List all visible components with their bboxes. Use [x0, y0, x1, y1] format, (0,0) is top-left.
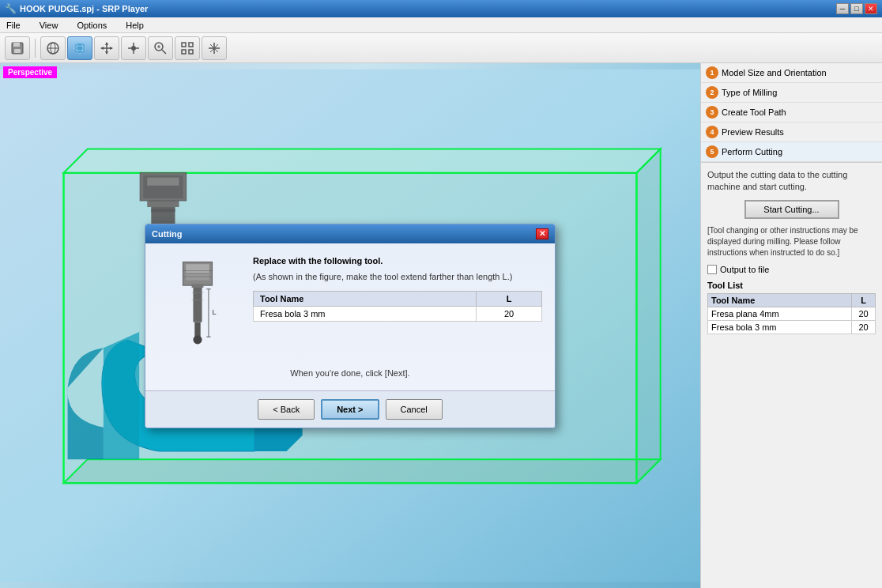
expand-button[interactable]: [202, 36, 227, 60]
step-label-1: Model Size and Orientation: [722, 68, 827, 77]
svg-rect-58: [194, 322, 200, 337]
step-description: Output the cutting data to the cutting m…: [707, 169, 876, 194]
tool-col-l: L: [477, 292, 542, 307]
step-circle-1: 1: [706, 66, 718, 79]
step-label-4: Preview Results: [722, 127, 784, 137]
cutting-dialog: Cutting ✕: [145, 224, 556, 428]
svg-rect-50: [186, 264, 209, 273]
tl-name-1: Fresa plana 4mm: [708, 307, 852, 320]
svg-rect-25: [189, 43, 193, 47]
tool-list-section: Tool List Tool Name L Fresa plana 4mm 20: [707, 281, 876, 334]
svg-rect-27: [189, 50, 193, 54]
replace-text: Replace with the following tool.: [253, 256, 542, 266]
next-button[interactable]: Next >: [321, 399, 379, 420]
title-bar: 🔧 HOOK PUDGE.spj - SRP Player ─ □ ✕: [0, 0, 882, 17]
window-title: HOOK PUDGE.spj - SRP Player: [20, 4, 148, 13]
svg-marker-14: [110, 47, 113, 50]
menu-bar: File View Options Help: [0, 17, 882, 33]
tl-name-2: Fresa bola 3 mm: [708, 320, 852, 334]
tl-col-name: Tool Name: [708, 293, 852, 307]
viewport[interactable]: Perspective: [0, 63, 700, 588]
tool-illustration: L: [158, 256, 237, 359]
tl-row-1: Fresa plana 4mm 20: [708, 307, 876, 320]
tool-name-cell: Fresa bola 3 mm: [254, 307, 477, 322]
right-panel: 1 Model Size and Orientation 2 Type of M…: [700, 63, 882, 588]
step-label-2: Type of Milling: [722, 88, 777, 97]
when-done-text: When you're done, click [Next].: [158, 368, 542, 378]
tool-desc: (As shown in the figure, make the tool e…: [253, 270, 542, 284]
toolbar: [0, 33, 882, 63]
tool-l-cell: 20: [477, 307, 542, 322]
svg-rect-51: [186, 274, 209, 280]
menu-file[interactable]: File: [3, 19, 24, 32]
zoom-button[interactable]: [148, 36, 173, 60]
app-icon: 🔧: [5, 3, 17, 14]
tl-l-1: 20: [852, 307, 876, 320]
step-item-2[interactable]: 2 Type of Milling: [701, 83, 882, 103]
tool-col-name: Tool Name: [254, 292, 477, 307]
tl-col-l: L: [852, 293, 876, 307]
svg-rect-1: [13, 43, 20, 47]
step-content: Output the cutting data to the cutting m…: [701, 163, 882, 588]
dialog-body: L Replace with the following tool. (As s…: [145, 243, 555, 390]
dialog-title-bar: Cutting ✕: [145, 224, 555, 243]
save-button[interactable]: [5, 36, 30, 60]
step-circle-2: 2: [706, 86, 718, 99]
step-circle-5: 5: [706, 145, 718, 158]
dialog-close-button[interactable]: ✕: [536, 228, 548, 239]
maximize-button[interactable]: □: [850, 3, 863, 14]
step-item-1[interactable]: 1 Model Size and Orientation: [701, 63, 882, 83]
close-button[interactable]: ✕: [865, 3, 877, 14]
minimize-button[interactable]: ─: [836, 3, 849, 14]
move-button[interactable]: [94, 36, 119, 60]
title-bar-left: 🔧 HOOK PUDGE.spj - SRP Player: [5, 3, 148, 14]
globe-button[interactable]: [40, 36, 66, 60]
output-file-label: Output to file: [720, 265, 769, 274]
svg-rect-54: [193, 285, 202, 322]
instruction-text: [Tool changing or other instructions may…: [707, 225, 876, 258]
step-item-5[interactable]: 5 Perform Cutting: [701, 142, 882, 162]
step-item-4[interactable]: 4 Preview Results: [701, 122, 882, 142]
svg-point-6: [74, 43, 85, 54]
tl-row-2: Fresa bola 3 mm 20: [708, 320, 876, 334]
tool-list-title: Tool List: [707, 281, 876, 290]
menu-help[interactable]: Help: [122, 19, 147, 32]
tool-info: Replace with the following tool. (As sho…: [253, 256, 542, 322]
output-file-row: Output to file: [707, 265, 876, 274]
tool-table: Tool Name L Fresa bola 3 mm 20: [253, 291, 542, 322]
step-label-5: Perform Cutting: [722, 147, 782, 156]
svg-point-59: [193, 335, 202, 344]
svg-rect-2: [14, 49, 21, 53]
step-circle-3: 3: [706, 106, 718, 119]
svg-marker-13: [100, 47, 104, 50]
tl-l-2: 20: [852, 320, 876, 334]
step-item-3[interactable]: 3 Create Tool Path: [701, 103, 882, 122]
output-file-checkbox[interactable]: [707, 265, 717, 274]
tool-row: Fresa bola 3 mm 20: [254, 307, 542, 322]
dialog-footer: < Back Next > Cancel: [145, 391, 555, 428]
menu-view[interactable]: View: [36, 19, 62, 32]
main-layout: Perspective: [0, 63, 882, 588]
start-cutting-button[interactable]: Start Cutting...: [744, 200, 839, 219]
title-bar-controls: ─ □ ✕: [836, 3, 877, 14]
svg-marker-11: [105, 42, 108, 45]
menu-options[interactable]: Options: [74, 19, 110, 32]
tool-list-table: Tool Name L Fresa plana 4mm 20 Fresa bol…: [707, 293, 876, 334]
dialog-content-row: L Replace with the following tool. (As s…: [158, 256, 542, 359]
svg-line-21: [162, 50, 166, 54]
svg-rect-55: [192, 284, 204, 288]
step-list: 1 Model Size and Orientation 2 Type of M…: [701, 63, 882, 163]
fit-button[interactable]: [175, 36, 200, 60]
dialog-title: Cutting: [152, 229, 182, 239]
tool-svg: L: [166, 256, 229, 359]
step-label-3: Create Tool Path: [722, 107, 786, 117]
svg-text:L: L: [213, 308, 217, 316]
step-circle-4: 4: [706, 126, 718, 138]
dialog-overlay: Cutting ✕: [0, 63, 700, 588]
back-button[interactable]: < Back: [258, 399, 315, 420]
cancel-button[interactable]: Cancel: [386, 399, 443, 420]
pan-button[interactable]: [121, 36, 146, 60]
sphere-button[interactable]: [67, 36, 92, 60]
svg-point-15: [131, 46, 136, 51]
svg-rect-26: [182, 50, 186, 54]
